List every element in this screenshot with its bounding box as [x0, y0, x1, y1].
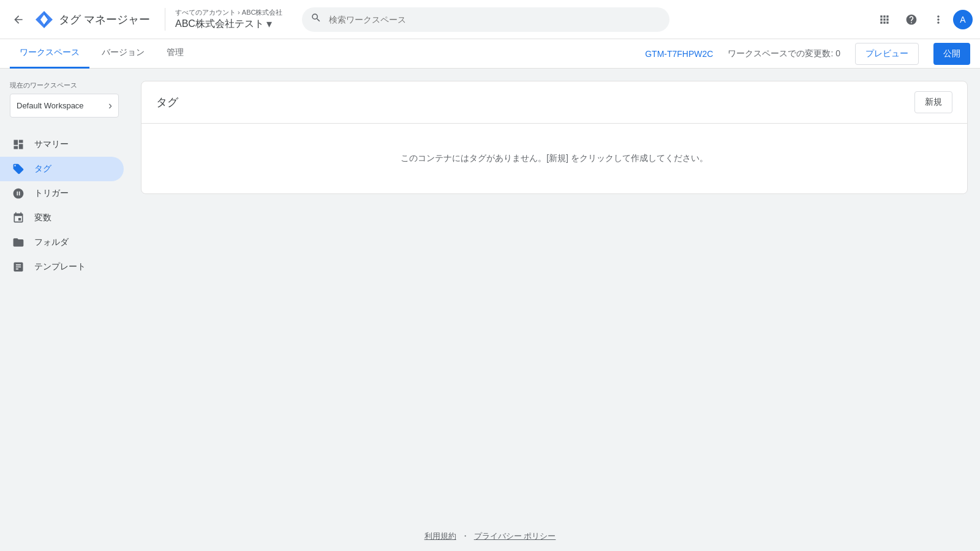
tag-icon	[12, 163, 24, 175]
workspace-section: 現在のワークスペース Default Workspace ›	[0, 76, 129, 127]
sidebar: 現在のワークスペース Default Workspace › サマリー	[0, 69, 129, 551]
app-bar-actions: A	[872, 7, 973, 32]
sidebar-item-label-folders: フォルダ	[34, 237, 69, 248]
content-card: タグ 新規 このコンテナにはタグがありません。[新規] をクリックして作成してく…	[141, 81, 968, 194]
tab-version[interactable]: バージョン	[92, 39, 154, 69]
card-title: タグ	[156, 95, 178, 110]
account-section: すべてのアカウント › ABC株式会社 ABC株式会社テスト ▾	[165, 8, 282, 31]
sidebar-item-tags[interactable]: タグ	[0, 157, 124, 181]
tab-admin[interactable]: 管理	[157, 39, 194, 69]
sidebar-item-label-tags: タグ	[34, 163, 51, 174]
template-icon	[12, 261, 24, 273]
breadcrumb: すべてのアカウント › ABC株式会社	[175, 8, 282, 17]
footer: 利用規約 ・ プライバシー ポリシー	[0, 522, 980, 551]
layout: 現在のワークスペース Default Workspace › サマリー	[0, 69, 980, 551]
new-button[interactable]: 新規	[914, 91, 952, 113]
folder-icon	[12, 236, 24, 249]
workspace-selector[interactable]: Default Workspace ›	[10, 94, 119, 118]
workspace-name: Default Workspace	[17, 101, 84, 110]
app-bar: タグ マネージャー すべてのアカウント › ABC株式会社 ABC株式会社テスト…	[0, 0, 980, 39]
app-logo	[34, 10, 54, 29]
help-button[interactable]	[899, 7, 924, 32]
trigger-icon	[12, 187, 24, 200]
sidebar-nav: サマリー タグ トリガー	[0, 132, 129, 279]
avatar[interactable]: A	[953, 10, 973, 29]
workspace-chevron-icon: ›	[108, 99, 112, 112]
more-vert-button[interactable]	[926, 7, 951, 32]
sidebar-item-label-variables: 変数	[34, 212, 51, 223]
gtm-id[interactable]: GTM-T7FHPW2C	[645, 49, 713, 59]
terms-link[interactable]: 利用規約	[424, 531, 456, 542]
account-name-text: ABC株式会社テスト	[175, 18, 264, 31]
preview-button[interactable]: プレビュー	[855, 43, 919, 65]
apps-button[interactable]	[872, 7, 897, 32]
footer-separator: ・	[461, 531, 469, 542]
sidebar-item-summary[interactable]: サマリー	[0, 132, 124, 157]
sidebar-item-triggers[interactable]: トリガー	[0, 181, 124, 206]
empty-message: このコンテナにはタグがありません。[新規] をクリックして作成してください。	[141, 124, 967, 193]
privacy-link[interactable]: プライバシー ポリシー	[474, 531, 556, 542]
main-content: タグ 新規 このコンテナにはタグがありません。[新規] をクリックして作成してく…	[129, 69, 980, 551]
variable-icon	[12, 212, 24, 224]
publish-button[interactable]: 公開	[933, 43, 970, 65]
nav-tab-right: GTM-T7FHPW2C ワークスペースでの変更数: 0 プレビュー 公開	[645, 43, 970, 65]
tab-workspace[interactable]: ワークスペース	[10, 39, 89, 69]
sidebar-item-templates[interactable]: テンプレート	[0, 255, 124, 279]
sidebar-item-label-summary: サマリー	[34, 139, 69, 150]
sidebar-item-variables[interactable]: 変数	[0, 206, 124, 230]
nav-tabs: ワークスペース バージョン 管理 GTM-T7FHPW2C ワークスペースでの変…	[0, 39, 980, 69]
account-selector[interactable]: ABC株式会社テスト ▾	[175, 17, 282, 31]
app-title: タグ マネージャー	[59, 12, 150, 27]
chevron-down-icon: ▾	[266, 17, 272, 31]
sidebar-item-label-triggers: トリガー	[34, 188, 69, 199]
back-button[interactable]	[7, 9, 29, 31]
summary-icon	[12, 138, 24, 151]
card-header: タグ 新規	[141, 81, 967, 124]
search-input[interactable]	[302, 7, 669, 32]
workspace-label: 現在のワークスペース	[10, 81, 119, 90]
search-bar	[302, 7, 669, 32]
changes-count: ワークスペースでの変更数: 0	[728, 48, 840, 59]
sidebar-item-label-templates: テンプレート	[34, 261, 86, 272]
sidebar-item-folders[interactable]: フォルダ	[0, 230, 124, 255]
